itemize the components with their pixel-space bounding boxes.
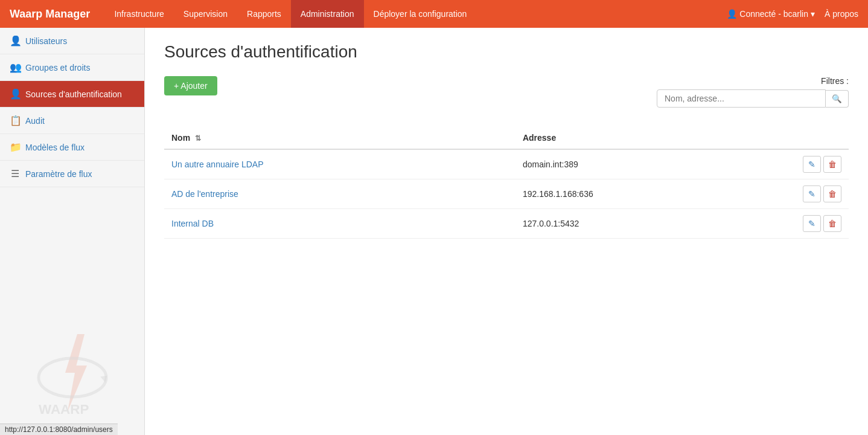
edit-icon: ✎: [808, 189, 815, 199]
sidebar-item-groupes[interactable]: 👥 Groupes et droits: [0, 54, 144, 81]
edit-icon: ✎: [808, 160, 815, 169]
cell-adresse: 127.0.0.1:5432: [515, 209, 796, 239]
search-icon: 🔍: [832, 94, 842, 103]
add-button[interactable]: + Ajouter: [164, 76, 217, 95]
filter-input[interactable]: [657, 89, 826, 108]
user-menu[interactable]: 👤 Connecté - bcarlin ▾: [727, 9, 815, 19]
app-brand: Waarp Manager: [10, 8, 90, 21]
list-icon: ☰: [10, 168, 21, 179]
sidebar-item-sources[interactable]: 👤 Sources d'authentification: [0, 81, 144, 108]
trash-icon: 🗑: [828, 219, 837, 228]
topnav-right: 👤 Connecté - bcarlin ▾ À propos: [727, 9, 858, 19]
nav-infrastructure[interactable]: Infrastructure: [104, 0, 173, 28]
user-icon: 👤: [727, 9, 737, 19]
statusbar-url: http://127.0.0.1:8080/admin/users: [5, 425, 113, 434]
delete-button[interactable]: 🗑: [823, 185, 841, 202]
edit-button[interactable]: ✎: [803, 215, 821, 232]
sidebar-label-groupes: Groupes et droits: [25, 63, 90, 72]
cell-actions: ✎🗑: [796, 179, 849, 209]
cell-nom[interactable]: Internal DB: [164, 209, 515, 239]
apropos-link[interactable]: À propos: [825, 9, 858, 19]
edit-icon: ✎: [808, 219, 815, 228]
sidebar-item-utilisateurs[interactable]: 👤 Utilisateurs: [0, 28, 144, 54]
svg-marker-0: [65, 334, 87, 411]
col-nom[interactable]: Nom ⇅: [164, 127, 515, 149]
page-title: Sources d'authentification: [164, 42, 849, 62]
nav-rapports[interactable]: Rapports: [237, 0, 291, 28]
trash-icon: 🗑: [828, 160, 837, 169]
delete-button[interactable]: 🗑: [823, 156, 841, 173]
toolbar: + Ajouter Filtres : 🔍: [164, 76, 849, 108]
waarp-logo: WAARP: [18, 324, 127, 423]
sources-table: Nom ⇅ Adresse Un autre annuaire LDAPdoma…: [164, 127, 849, 239]
statusbar: http://127.0.0.1:8080/admin/users: [0, 424, 118, 435]
cell-nom[interactable]: AD de l'entreprise: [164, 179, 515, 209]
delete-button[interactable]: 🗑: [823, 215, 841, 232]
col-adresse: Adresse: [515, 127, 796, 149]
sort-icon: ⇅: [195, 134, 201, 143]
sidebar: 👤 Utilisateurs 👥 Groupes et droits 👤 Sou…: [0, 28, 145, 435]
filter-input-wrapper: 🔍: [657, 89, 849, 108]
trash-icon: 🗑: [828, 189, 837, 199]
table-header-row: Nom ⇅ Adresse: [164, 127, 849, 149]
main-content: Sources d'authentification + Ajouter Fil…: [145, 28, 868, 435]
table-row: AD de l'entreprise192.168.1.168:636✎🗑: [164, 179, 849, 209]
sidebar-item-parametre[interactable]: ☰ Paramètre de flux: [0, 161, 144, 187]
cell-actions: ✎🗑: [796, 209, 849, 239]
edit-button[interactable]: ✎: [803, 156, 821, 173]
users-icon: 👥: [10, 62, 21, 73]
table-row: Un autre annuaire LDAPdomain.int:389✎🗑: [164, 149, 849, 179]
filter-label: Filtres :: [821, 76, 849, 86]
user-icon: 👤: [10, 35, 21, 47]
sidebar-label-sources: Sources d'authentification: [25, 89, 122, 99]
edit-button[interactable]: ✎: [803, 185, 821, 202]
cell-actions: ✎🗑: [796, 149, 849, 179]
sidebar-label-parametre: Paramètre de flux: [25, 169, 92, 179]
folder-icon: 📁: [10, 141, 21, 153]
sidebar-label-audit: Audit: [25, 116, 45, 126]
svg-text:WAARP: WAARP: [39, 402, 89, 417]
sidebar-label-modeles: Modèles de flux: [25, 143, 85, 152]
sidebar-item-audit[interactable]: 📋 Audit: [0, 108, 144, 134]
cell-adresse: domain.int:389: [515, 149, 796, 179]
nav-administration[interactable]: Administration: [291, 0, 364, 28]
user-label: Connecté - bcarlin: [739, 9, 808, 19]
nav-deployer[interactable]: Déployer la configuration: [364, 0, 477, 28]
topnav-links: Infrastructure Supervision Rapports Admi…: [104, 0, 727, 28]
cell-nom[interactable]: Un autre annuaire LDAP: [164, 149, 515, 179]
sidebar-item-modeles[interactable]: 📁 Modèles de flux: [0, 134, 144, 161]
filter-section: Filtres : 🔍: [657, 76, 849, 108]
sidebar-label-utilisateurs: Utilisateurs: [25, 36, 67, 46]
user-circle-icon: 👤: [10, 88, 21, 100]
clipboard-icon: 📋: [10, 115, 21, 126]
table-row: Internal DB127.0.0.1:5432✎🗑: [164, 209, 849, 239]
main-layout: 👤 Utilisateurs 👥 Groupes et droits 👤 Sou…: [0, 28, 868, 435]
topnav: Waarp Manager Infrastructure Supervision…: [0, 0, 868, 28]
nav-supervision[interactable]: Supervision: [174, 0, 237, 28]
filter-search-button[interactable]: 🔍: [826, 90, 849, 108]
col-actions: [796, 127, 849, 149]
user-dropdown-icon: ▾: [811, 9, 815, 19]
cell-adresse: 192.168.1.168:636: [515, 179, 796, 209]
